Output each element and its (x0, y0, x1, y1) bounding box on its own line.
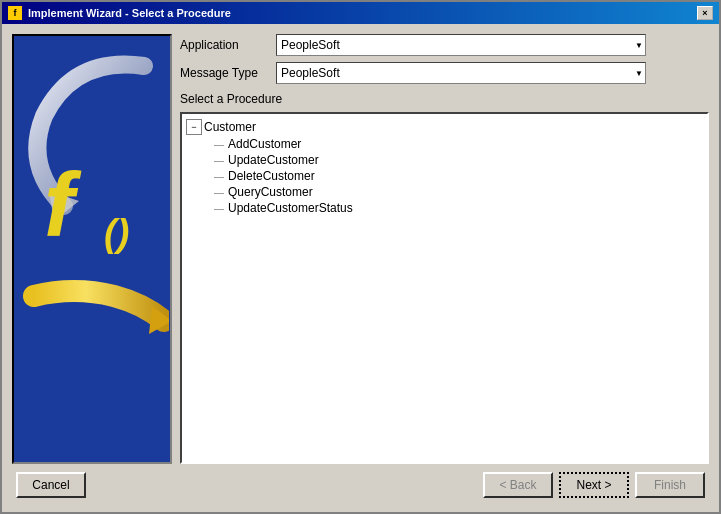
tree-child-node[interactable]: — UpdateCustomer (210, 152, 703, 168)
tree-children: — AddCustomer — UpdateCustomer — DeleteC… (186, 136, 703, 216)
window-icon: f (8, 6, 22, 20)
tree-child-node[interactable]: — AddCustomer (210, 136, 703, 152)
tree-dash: — (214, 187, 224, 198)
message-type-row: Message Type PeopleSoft (180, 62, 709, 84)
message-type-label: Message Type (180, 66, 268, 80)
window-body: f () Application (2, 24, 719, 512)
bottom-bar: Cancel < Back Next > Finish (12, 464, 709, 502)
next-button[interactable]: Next > (559, 472, 629, 498)
cancel-button[interactable]: Cancel (16, 472, 86, 498)
svg-text:(): () (104, 212, 129, 254)
tree-root-label: Customer (204, 120, 256, 134)
back-button[interactable]: < Back (483, 472, 553, 498)
message-type-select[interactable]: PeopleSoft (276, 62, 646, 84)
navigation-buttons: < Back Next > Finish (483, 472, 705, 498)
logo-container: f () (14, 36, 170, 462)
window-title: Implement Wizard - Select a Procedure (28, 7, 231, 19)
title-bar: f Implement Wizard - Select a Procedure … (2, 2, 719, 24)
main-content: Application PeopleSoft Message Type Peop… (180, 34, 709, 464)
tree-dash: — (214, 203, 224, 214)
section-label: Select a Procedure (180, 92, 709, 106)
tree-child-label: DeleteCustomer (228, 169, 315, 183)
tree-child-node[interactable]: — UpdateCustomerStatus (210, 200, 703, 216)
logo-panel: f () (12, 34, 172, 464)
svg-text:f: f (44, 155, 82, 255)
application-select[interactable]: PeopleSoft (276, 34, 646, 56)
tree-child-label: QueryCustomer (228, 185, 313, 199)
tree-dash: — (214, 155, 224, 166)
tree-child-label: AddCustomer (228, 137, 301, 151)
tree-dash: — (214, 171, 224, 182)
tree-child-label: UpdateCustomerStatus (228, 201, 353, 215)
close-button[interactable]: × (697, 6, 713, 20)
logo-svg: f () (14, 36, 169, 356)
message-type-select-wrapper: PeopleSoft (276, 62, 646, 84)
tree-root-node[interactable]: − Customer (186, 118, 703, 136)
tree-child-node[interactable]: — DeleteCustomer (210, 168, 703, 184)
title-bar-left: f Implement Wizard - Select a Procedure (8, 6, 231, 20)
finish-button[interactable]: Finish (635, 472, 705, 498)
main-window: f Implement Wizard - Select a Procedure … (0, 0, 721, 514)
tree-expand-icon[interactable]: − (186, 119, 202, 135)
tree-child-label: UpdateCustomer (228, 153, 319, 167)
tree-child-node[interactable]: — QueryCustomer (210, 184, 703, 200)
application-label: Application (180, 38, 268, 52)
application-select-wrapper: PeopleSoft (276, 34, 646, 56)
tree-dash: — (214, 139, 224, 150)
procedure-tree[interactable]: − Customer — AddCustomer — UpdateCustome… (180, 112, 709, 464)
application-row: Application PeopleSoft (180, 34, 709, 56)
